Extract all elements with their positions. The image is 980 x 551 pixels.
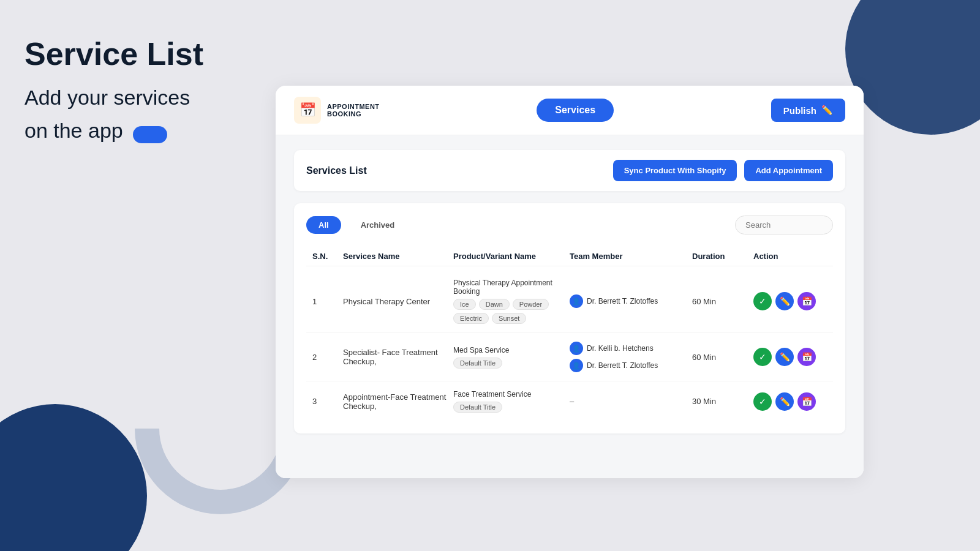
variant-tag: Sunset — [492, 313, 526, 324]
logo-icon: 📅 — [294, 97, 321, 124]
row-2-check-button[interactable]: ✓ — [753, 348, 772, 366]
content-area: Services List Sync Product With Shopify … — [276, 135, 864, 478]
row-1-actions: ✓ ✏️ 📅 — [753, 292, 827, 310]
row-1-calendar-button[interactable]: 📅 — [797, 292, 816, 310]
bg-decoration-top-right — [845, 0, 980, 135]
row-1-check-button[interactable]: ✓ — [753, 292, 772, 310]
avatar: 👤 — [570, 359, 583, 372]
nav-services-button[interactable]: Services — [537, 99, 614, 122]
variant-tag: Electric — [453, 313, 489, 324]
row-2-num: 2 — [312, 353, 343, 362]
variant-tag: Powder — [513, 299, 549, 310]
table-row: 1 Physical Therapy Center Physical Thera… — [306, 270, 833, 333]
publish-button[interactable]: Publish ✏️ — [771, 99, 845, 122]
table-header: S.N. Services Name Product/Variant Name … — [306, 247, 833, 266]
col-team-member: Team Member — [570, 252, 692, 261]
avatar: 👤 — [570, 342, 583, 355]
page-subtitle: Add your services on the app — [24, 84, 257, 144]
services-list-title: Services List — [306, 165, 367, 176]
search-input[interactable] — [735, 216, 833, 234]
table-row: 3 Appointment-Face Treatment Checkup, Fa… — [306, 381, 833, 421]
row-2-team-col: 👤 Dr. Kelli b. Hetchens 👤 Dr. Berrett T.… — [570, 342, 692, 372]
team-member: 👤 Dr. Berrett T. Zlotoffes — [570, 359, 692, 372]
main-card: 📅 APPOINTMENT BOOKING Services Publish ✏… — [276, 86, 864, 478]
toggle-pill[interactable] — [133, 126, 167, 143]
variant-tag: Default Title — [453, 358, 502, 369]
add-appointment-button[interactable]: Add Appointment — [744, 160, 833, 181]
variant-tag: Ice — [453, 299, 476, 310]
table-card: All Archived S.N. Services Name Product/… — [294, 203, 845, 433]
filter-tabs: All Archived — [306, 216, 407, 234]
col-product-variant: Product/Variant Name — [453, 252, 570, 261]
row-2-duration: 60 Min — [692, 353, 753, 362]
services-list-header: Services List Sync Product With Shopify … — [294, 150, 845, 191]
variant-tag: Dawn — [479, 299, 510, 310]
row-2-variant-tags: Default Title — [453, 358, 570, 369]
row-3-actions: ✓ ✏️ 📅 — [753, 392, 827, 411]
row-3-calendar-button[interactable]: 📅 — [797, 392, 816, 411]
row-3-no-team: – — [570, 397, 692, 406]
row-2-service-name: Specialist- Face Treatment Checkup, — [343, 348, 453, 366]
col-sn: S.N. — [312, 252, 343, 261]
app-header: 📅 APPOINTMENT BOOKING Services Publish ✏… — [276, 86, 864, 135]
row-1-num: 1 — [312, 297, 343, 306]
row-3-edit-button[interactable]: ✏️ — [775, 392, 794, 411]
row-3-team-col: – — [570, 397, 692, 406]
tab-archived[interactable]: Archived — [349, 216, 407, 234]
row-1-variant-tags: Ice Dawn Powder Electric Sunset — [453, 299, 570, 324]
left-panel: Service List Add your services on the ap… — [24, 37, 257, 144]
sync-shopify-button[interactable]: Sync Product With Shopify — [613, 160, 737, 181]
col-duration: Duration — [692, 252, 753, 261]
row-3-num: 3 — [312, 397, 343, 406]
team-member: 👤 Dr. Kelli b. Hetchens — [570, 342, 692, 355]
variant-tag: Default Title — [453, 402, 502, 413]
row-2-calendar-button[interactable]: 📅 — [797, 348, 816, 366]
row-1-product-col: Physical Therapy Appointment Booking Ice… — [453, 279, 570, 324]
row-3-duration: 30 Min — [692, 397, 753, 406]
tab-all[interactable]: All — [306, 216, 341, 234]
col-action: Action — [753, 252, 827, 261]
row-1-team-col: 👤 Dr. Berrett T. Zlotoffes — [570, 294, 692, 308]
row-1-duration: 60 Min — [692, 297, 753, 306]
row-2-edit-button[interactable]: ✏️ — [775, 348, 794, 366]
team-member: 👤 Dr. Berrett T. Zlotoffes — [570, 294, 692, 308]
row-3-service-name: Appointment-Face Treatment Checkup, — [343, 392, 453, 411]
page-title: Service List — [24, 37, 257, 72]
app-logo: 📅 APPOINTMENT BOOKING — [294, 97, 380, 124]
bg-decoration-bottom-left — [0, 404, 147, 551]
header-actions: Sync Product With Shopify Add Appointmen… — [613, 160, 833, 181]
row-1-edit-button[interactable]: ✏️ — [775, 292, 794, 310]
row-2-actions: ✓ ✏️ 📅 — [753, 348, 827, 366]
logo-text: APPOINTMENT BOOKING — [327, 103, 380, 118]
row-3-product-name: Face Treatment Service — [453, 390, 570, 399]
row-2-product-name: Med Spa Service — [453, 346, 570, 354]
row-3-product-col: Face Treatment Service Default Title — [453, 390, 570, 413]
col-services-name: Services Name — [343, 252, 453, 261]
row-2-product-col: Med Spa Service Default Title — [453, 346, 570, 369]
filter-bar: All Archived — [306, 216, 833, 234]
publish-icon: ✏️ — [821, 105, 833, 116]
row-3-variant-tags: Default Title — [453, 402, 570, 413]
row-1-product-name: Physical Therapy Appointment Booking — [453, 279, 570, 296]
avatar: 👤 — [570, 294, 583, 308]
table-row: 2 Specialist- Face Treatment Checkup, Me… — [306, 333, 833, 381]
row-1-service-name: Physical Therapy Center — [343, 297, 453, 306]
row-3-check-button[interactable]: ✓ — [753, 392, 772, 411]
